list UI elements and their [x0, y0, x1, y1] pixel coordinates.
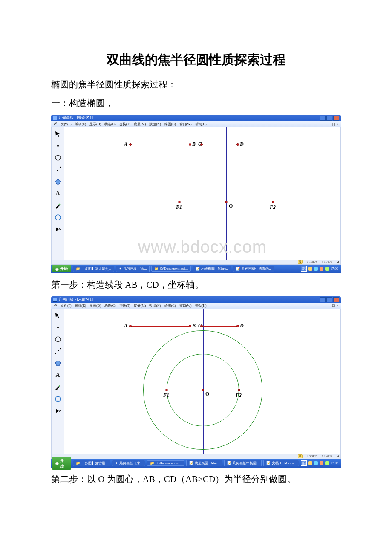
arrow-tool[interactable] [53, 129, 63, 139]
close-button[interactable] [333, 116, 339, 121]
menu-measure[interactable]: 度量(M) [134, 304, 146, 308]
label-b: B [192, 323, 196, 329]
tray-icon[interactable] [320, 267, 323, 271]
point-f1[interactable] [165, 389, 168, 391]
mdi-buttons[interactable]: - 口 × [330, 122, 338, 127]
segment-cd[interactable] [202, 326, 238, 327]
anchor-icon: ☍ [54, 304, 57, 308]
menu-help[interactable]: 帮助(H) [195, 304, 207, 308]
info-tool[interactable]: i [53, 213, 63, 222]
menu-graph[interactable]: 绘图(G) [164, 304, 176, 308]
task-item[interactable]: 📝构造椭圆 - Micro... [193, 266, 231, 272]
menu-measure[interactable]: 度量(M) [134, 122, 146, 127]
polygon-tool[interactable] [53, 358, 63, 368]
segment-ab[interactable] [130, 326, 190, 327]
task-item[interactable]: ✦几何画板 - [未... [112, 460, 145, 466]
clock: 17:02 [331, 461, 338, 465]
custom-tool[interactable] [53, 225, 63, 234]
close-button[interactable] [333, 297, 339, 302]
tray-icon[interactable] [314, 461, 318, 465]
start-button[interactable]: ◉开始 [52, 457, 71, 470]
tray-icon[interactable] [325, 267, 329, 271]
tray-icon[interactable] [320, 461, 323, 465]
point-d[interactable] [236, 143, 239, 146]
point-b[interactable] [189, 143, 191, 146]
point-tool[interactable] [53, 323, 63, 332]
task-item[interactable]: 📁C:\Documents an... [147, 460, 184, 466]
tray-icon[interactable] [325, 461, 329, 465]
mdi-buttons[interactable]: - 口 × [330, 304, 338, 308]
sketch-canvas[interactable]: A B C D O F1 F2 [64, 309, 340, 454]
marker-tool[interactable] [53, 382, 63, 392]
menu-file[interactable]: 文件(F) [61, 304, 72, 308]
circle-tool[interactable] [53, 335, 63, 344]
menu-edit[interactable]: 编辑(E) [75, 304, 86, 308]
task-item[interactable]: 📁【多图】复古最热... [73, 266, 114, 272]
sketch-canvas[interactable]: A B C D O F1 F2 www.bdocx.com [64, 127, 340, 260]
point-b[interactable] [189, 325, 191, 327]
point-f2[interactable] [238, 389, 240, 391]
menu-window[interactable]: 窗口(W) [179, 304, 192, 308]
tool-palette: A i [52, 127, 64, 260]
doc-title: 双曲线的焦半径圆性质探索过程 [51, 51, 341, 69]
line-tool[interactable] [53, 347, 63, 356]
text-tool[interactable]: A [53, 370, 63, 380]
custom-tool[interactable] [53, 406, 63, 416]
point-f2[interactable] [272, 201, 274, 203]
minimize-button[interactable] [320, 297, 326, 302]
task-item[interactable]: ✦几何画板 - [未... [116, 266, 150, 272]
point-a[interactable] [129, 325, 132, 327]
task-item[interactable]: 📝几何画板中椭圆的... [233, 266, 274, 272]
menu-construct[interactable]: 构造(C) [104, 122, 116, 127]
menu-window[interactable]: 窗口(W) [179, 122, 192, 127]
point-tool[interactable] [53, 141, 63, 150]
circle-tool[interactable] [53, 153, 63, 162]
lang-indicator[interactable]: 㗊 [301, 266, 307, 272]
task-item[interactable]: 📝几何画板中椭圆... [224, 460, 262, 466]
status-grip-icon: ◢ [337, 454, 339, 458]
menu-help[interactable]: 帮助(H) [195, 122, 207, 127]
arrow-tool[interactable] [53, 311, 63, 320]
system-tray: 㗊 17:02 [301, 460, 340, 466]
tray-icon[interactable] [314, 267, 318, 271]
point-d[interactable] [236, 325, 239, 327]
taskbar: ◉开始 📁【多图】复古最热... ✦几何画板 - [未... 📁C:\Docum… [51, 265, 341, 273]
start-button[interactable]: ◉开始 [52, 265, 71, 272]
lang-indicator[interactable]: 㗊 [301, 460, 307, 466]
start-icon: ◉ [55, 267, 59, 271]
point-o[interactable] [225, 201, 228, 203]
task-item[interactable]: 📝构造椭圆 - Micr... [186, 460, 223, 466]
maximize-button[interactable] [326, 297, 332, 302]
point-a[interactable] [129, 143, 132, 146]
segment-cd[interactable] [202, 145, 238, 145]
segment-ab[interactable] [130, 145, 190, 145]
menu-transform[interactable]: 变换(T) [119, 304, 130, 308]
line-tool[interactable] [53, 165, 63, 174]
task-item[interactable]: 📁【多图】复古最... [73, 460, 110, 466]
clock: 17:00 [331, 267, 338, 271]
maximize-button[interactable] [326, 116, 332, 121]
status-up: ↑ 1.7K/S [322, 260, 332, 263]
text-tool[interactable]: A [53, 189, 63, 198]
tray-icon[interactable] [308, 267, 312, 271]
info-tool[interactable]: i [53, 394, 63, 404]
task-item[interactable]: 📝文档 1 - Micros... [263, 460, 299, 466]
marker-tool[interactable] [53, 201, 63, 210]
task-item[interactable]: 📁C:\Documents and... [151, 266, 191, 272]
point-o[interactable] [202, 389, 204, 391]
polygon-tool[interactable] [53, 177, 63, 186]
status-up: ↑ 1.4K/S [322, 454, 332, 458]
menu-edit[interactable]: 编辑(E) [75, 122, 86, 127]
tray-icon[interactable] [308, 461, 312, 465]
menu-data[interactable]: 数据(N) [149, 122, 161, 127]
menu-display[interactable]: 显示(D) [89, 122, 101, 127]
svg-marker-4 [55, 179, 61, 184]
minimize-button[interactable] [320, 116, 326, 121]
menu-display[interactable]: 显示(D) [89, 304, 101, 308]
menu-file[interactable]: 文件(F) [61, 122, 72, 127]
menu-data[interactable]: 数据(N) [149, 304, 161, 308]
point-f1[interactable] [178, 201, 181, 203]
menu-graph[interactable]: 绘图(G) [164, 122, 176, 127]
menu-transform[interactable]: 变换(T) [119, 122, 130, 127]
menu-construct[interactable]: 构造(C) [104, 304, 116, 308]
